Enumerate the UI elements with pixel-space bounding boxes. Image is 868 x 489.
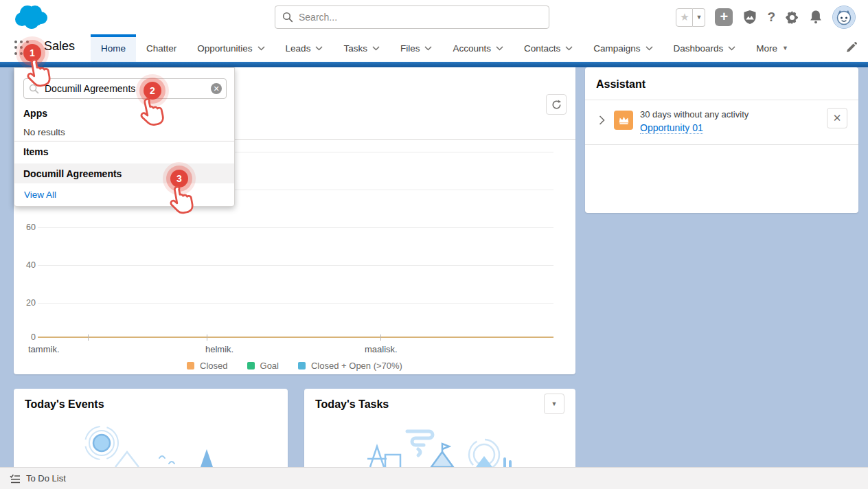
x-axis-line [38,337,553,338]
todays-events-card: Today's Events [14,389,288,467]
todo-list-label: To Do List [26,473,66,484]
favorites-control: ★ ▼ [676,8,705,27]
close-icon: ✕ [833,112,842,124]
items-section-label: Items [23,146,49,157]
legend-item-closed-open: Closed + Open (>70%) [298,361,402,371]
crown-icon [618,115,630,125]
axis-tick [380,334,381,341]
tab-files[interactable]: Files [390,34,443,62]
card-divider [585,144,858,145]
salesforce-logo-icon [11,3,49,32]
global-header: ★ ▼ + ? [0,0,868,34]
header-actions: ★ ▼ + ? [676,0,856,34]
opportunity-icon [614,111,633,130]
annotation-hand-cursor-3 [165,183,199,222]
tab-chatter[interactable]: Chatter [136,34,187,62]
chevron-right-icon[interactable] [599,115,605,125]
caret-down-icon: ▼ [782,45,788,52]
notifications-bell-icon[interactable] [809,10,823,25]
chevron-down-icon [565,46,573,51]
y-tick-label: 20 [16,298,36,308]
app-navigation-bar: Sales Home Chatter Opportunities Leads T… [0,34,868,62]
refresh-icon [551,100,562,110]
launcher-item-documill-agreements[interactable]: Documill Agreements [14,163,234,183]
global-actions-button[interactable]: + [715,8,733,26]
todo-list-icon [10,474,21,484]
help-button[interactable]: ? [767,10,775,25]
tab-leads[interactable]: Leads [275,34,334,62]
current-app-name: Sales [44,39,75,54]
x-tick-label: helmik. [205,344,233,354]
legend-swatch [247,362,255,369]
search-icon [282,12,293,23]
divider [14,141,234,141]
tasks-card-title: Today's Tasks [315,398,389,411]
y-tick-label: 60 [16,223,36,232]
events-card-title: Today's Events [25,398,104,411]
global-search-input[interactable] [275,5,549,29]
legend-item-closed: Closed [187,361,227,371]
refresh-button[interactable] [546,94,567,115]
axis-tick [88,334,89,341]
chevron-down-icon [372,46,380,51]
edit-page-pencil-icon[interactable] [845,42,857,54]
apps-section-label: Apps [23,108,47,119]
tab-more[interactable]: More ▼ [746,34,799,62]
tab-home[interactable]: Home [91,34,136,62]
x-tick-label: tammik. [28,344,60,354]
caret-down-icon: ▼ [551,400,558,407]
nav-tabs: Home Chatter Opportunities Leads Tasks F… [91,34,799,62]
card-divider [585,100,858,100]
chevron-down-icon [258,46,265,51]
legend-item-goal: Goal [247,361,279,371]
annotation-hand-cursor-1 [22,56,56,95]
gridline-40 [38,265,553,266]
page-header-band [0,62,868,67]
tasks-empty-illustration [304,419,575,467]
apps-no-results: No results [23,127,65,137]
legend-swatch [298,362,306,369]
opportunity-link[interactable]: Opportunity 01 [640,122,703,134]
gridline-20 [38,303,553,304]
assistant-notification-text: 30 days without any activity [640,109,749,120]
chevron-down-icon [315,46,323,51]
todays-tasks-card: Today's Tasks ▼ [304,389,575,467]
utility-bar: To Do List [0,467,868,489]
user-avatar[interactable] [832,5,856,29]
y-tick-label: 40 [16,260,36,270]
chevron-down-icon [646,46,653,51]
legend-swatch [187,362,194,369]
events-empty-illustration [14,416,288,467]
tab-contacts[interactable]: Contacts [514,34,583,62]
tab-accounts[interactable]: Accounts [442,34,514,62]
setup-gear-icon[interactable] [785,10,799,25]
favorite-star-button[interactable]: ★ [676,8,693,27]
view-all-link[interactable]: View All [24,190,56,200]
chart-legend: Closed Goal Closed + Open (>70%) [14,361,575,371]
gridline-60 [38,227,553,228]
axis-tick [207,334,207,341]
chevron-down-icon [424,46,432,51]
tab-tasks[interactable]: Tasks [333,34,390,62]
salesforce-home-page: ★ ▼ + ? [0,0,868,489]
guidance-center-icon[interactable] [742,10,757,25]
favorites-dropdown-button[interactable]: ▼ [693,8,705,27]
assistant-title: Assistant [596,78,646,91]
y-tick-label: 0 [16,332,36,342]
chevron-down-icon [728,46,735,51]
tab-opportunities[interactable]: Opportunities [187,34,275,62]
tab-dashboards[interactable]: Dashboards [663,34,746,62]
tasks-menu-button[interactable]: ▼ [544,394,564,414]
tab-campaigns[interactable]: Campaigns [583,34,663,62]
assistant-card: Assistant 30 days without any activity O… [585,67,858,213]
clear-search-icon[interactable]: ✕ [211,83,222,94]
todo-list-utility-button[interactable]: To Do List [0,468,76,489]
x-tick-label: maalisk. [365,344,398,354]
global-search [275,5,549,29]
chevron-down-icon [496,46,503,51]
dismiss-notification-button[interactable]: ✕ [827,108,847,128]
